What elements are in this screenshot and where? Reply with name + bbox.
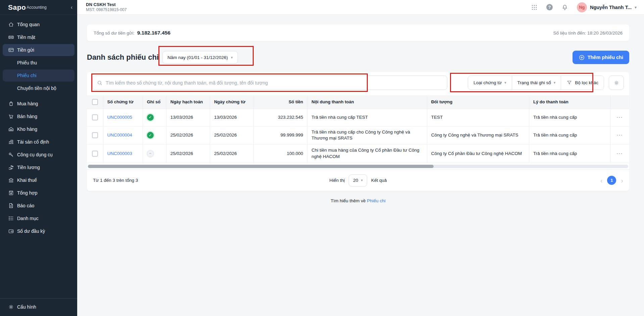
help-icon[interactable]: ? bbox=[546, 4, 553, 10]
banknote-icon bbox=[8, 34, 14, 40]
filter-label: Loại chứng từ bbox=[474, 80, 502, 85]
posted-status-icon: ✓ bbox=[147, 132, 154, 139]
row-checkbox[interactable] bbox=[92, 151, 98, 157]
sapo-logo: Sapo bbox=[8, 3, 26, 11]
avatar: Ng bbox=[577, 2, 587, 12]
learn-more-link[interactable]: Phiếu chi bbox=[367, 198, 386, 203]
learn-more: Tìm hiểu thêm về Phiếu chi bbox=[87, 198, 629, 203]
row-checkbox[interactable] bbox=[92, 114, 98, 120]
more-actions-icon[interactable]: ··· bbox=[614, 114, 625, 120]
date-range-filter[interactable]: Năm nay (01/01 - 31/12/2026) ▾ bbox=[162, 51, 238, 64]
search-input[interactable] bbox=[106, 80, 443, 86]
column-header-doc-date[interactable]: Ngày chứng từ bbox=[210, 95, 253, 109]
sidebar-subitem-label: Phiếu thu bbox=[17, 60, 37, 65]
sidebar-item-so-du-dau-ky[interactable]: Số dư đầu kỳ bbox=[3, 225, 75, 237]
sidebar-item-tien-mat[interactable]: Tiền mặt bbox=[3, 31, 75, 43]
filter-posting-status[interactable]: Trạng thái ghi sổ ▾ bbox=[512, 76, 561, 90]
page-size-label: Hiển thị bbox=[330, 178, 345, 183]
more-actions-icon[interactable]: ··· bbox=[614, 132, 625, 138]
sidebar-item-chuyen-tien-noi-bo[interactable]: Chuyển tiền nội bộ bbox=[3, 82, 75, 94]
voucher-table: Số chứng từ Ghi sổ Ngày hạch toán Ngày c… bbox=[87, 95, 629, 163]
sidebar-item-danh-muc[interactable]: Danh mục bbox=[3, 212, 75, 224]
sidebar-item-label: Kho hàng bbox=[17, 126, 37, 132]
ledger-icon bbox=[8, 190, 14, 196]
bag-icon bbox=[8, 101, 14, 107]
add-voucher-button[interactable]: Thêm phiếu chi bbox=[573, 51, 629, 64]
voucher-code-link[interactable]: UNC000005 bbox=[107, 115, 132, 120]
sidebar-item-tong-hop[interactable]: Tổng hợp bbox=[3, 187, 75, 199]
sidebar-logo-row: Sapo Accounting ‹ bbox=[0, 0, 77, 15]
sidebar-item-mua-hang[interactable]: Mua hàng bbox=[3, 98, 75, 110]
sidebar-item-khai-thue[interactable]: Khai thuế bbox=[3, 174, 75, 186]
page-number-button[interactable]: 1 bbox=[607, 176, 616, 185]
unposted-status-icon: − bbox=[147, 150, 154, 157]
sidebar-item-phieu-chi[interactable]: Phiếu chi bbox=[3, 69, 75, 82]
sidebar-item-cong-cu-dung-cu[interactable]: Công cụ dụng cụ bbox=[3, 149, 75, 161]
building-icon bbox=[8, 139, 14, 145]
select-all-checkbox[interactable] bbox=[92, 99, 98, 105]
title-row: Danh sách phiếu chi Năm nay (01/01 - 31/… bbox=[87, 47, 629, 67]
column-header-code[interactable]: Số chứng từ bbox=[103, 95, 143, 109]
salary-icon bbox=[8, 164, 14, 170]
filter-document-type[interactable]: Loại chứng từ ▾ bbox=[468, 76, 512, 90]
sidebar-item-tong-quan[interactable]: Tổng quan bbox=[3, 18, 75, 31]
sidebar-item-ban-hang[interactable]: Bán hàng bbox=[3, 110, 75, 122]
column-header-amount[interactable]: Số tiền bbox=[254, 95, 307, 109]
bank-icon bbox=[8, 177, 14, 183]
filter-group: Loại chứng từ ▾ Trạng thái ghi sổ ▾ Bộ l… bbox=[468, 75, 604, 90]
gear-icon bbox=[613, 80, 620, 86]
filter-label: Bộ lọc khác bbox=[575, 80, 598, 85]
home-icon bbox=[8, 21, 14, 28]
doc-date-cell: 25/02/2026 bbox=[210, 145, 253, 163]
wallet-icon bbox=[8, 228, 14, 234]
user-menu[interactable]: Ng Nguyễn Thanh T... ▾ bbox=[577, 2, 637, 12]
filter-other[interactable]: Bộ lọc khác bbox=[561, 76, 604, 90]
column-header-partner[interactable]: Đối tượng bbox=[427, 95, 529, 109]
column-header-content[interactable]: Nội dung thanh toán bbox=[307, 95, 427, 109]
sidebar-item-tien-gui[interactable]: Tiền gửi bbox=[3, 44, 75, 56]
sidebar-item-bao-cao[interactable]: Báo cáo bbox=[3, 200, 75, 212]
chevron-down-icon: ▾ bbox=[635, 5, 637, 10]
column-header-posted[interactable]: Ghi sổ bbox=[143, 95, 166, 109]
more-actions-icon[interactable]: ··· bbox=[614, 151, 625, 157]
sidebar-item-tai-san-co-dinh[interactable]: Tài sản cố định bbox=[3, 136, 75, 148]
sidebar-item-label: Tiền gửi bbox=[17, 47, 34, 53]
row-checkbox[interactable] bbox=[92, 132, 98, 138]
doc-date-cell: 25/02/2026 bbox=[210, 126, 253, 145]
sidebar-item-tien-luong[interactable]: Tiền lương bbox=[3, 161, 75, 173]
sidebar-collapse-icon[interactable]: ‹ bbox=[71, 4, 72, 10]
horizontal-scrollbar-thumb[interactable] bbox=[88, 165, 434, 168]
sidebar-item-label: Tiền lương bbox=[17, 165, 40, 170]
chevron-down-icon: ▾ bbox=[231, 55, 233, 60]
search-icon bbox=[97, 80, 103, 86]
sidebar-item-label: Số dư đầu kỳ bbox=[17, 228, 45, 234]
sapo-logo-suffix: Accounting bbox=[27, 5, 46, 10]
voucher-code-link[interactable]: UNC000003 bbox=[107, 151, 132, 156]
column-header-posting-date[interactable]: Ngày hạch toán bbox=[166, 95, 210, 109]
apps-grid-icon[interactable] bbox=[531, 4, 538, 11]
toolbar: Loại chứng từ ▾ Trạng thái ghi sổ ▾ Bộ l… bbox=[87, 72, 629, 95]
sidebar-item-phieu-thu[interactable]: Phiếu thu bbox=[3, 57, 75, 69]
chevron-left-icon[interactable]: ‹ bbox=[600, 177, 603, 184]
sidebar-item-kho-hang[interactable]: Kho hàng bbox=[3, 123, 75, 135]
report-icon bbox=[8, 203, 14, 209]
summary-label: Tổng số dư tiền gửi: bbox=[94, 31, 135, 36]
partner-cell: Công ty Cổ phần Đầu tư Công nghệ HACOM bbox=[427, 145, 529, 163]
table-settings-button[interactable] bbox=[609, 75, 624, 90]
column-header-reason[interactable]: Lý do thanh toán bbox=[529, 95, 610, 109]
summary-value: 9.182.167.456 bbox=[137, 30, 170, 36]
pagination-summary: Từ 1 đến 3 trên tổng 3 bbox=[93, 178, 330, 183]
voucher-code-link[interactable]: UNC000004 bbox=[107, 133, 132, 138]
page-size-select[interactable]: 20 ▾ bbox=[349, 174, 367, 187]
sidebar-item-label: Tổng hợp bbox=[17, 190, 38, 196]
chevron-down-icon: ▾ bbox=[554, 81, 556, 85]
sidebar-item-cau-hinh[interactable]: Cấu hình bbox=[3, 301, 75, 313]
funnel-icon bbox=[566, 80, 572, 86]
chevron-down-icon: ▾ bbox=[504, 81, 506, 85]
chevron-right-icon[interactable]: › bbox=[621, 177, 623, 184]
key-icon bbox=[8, 152, 14, 158]
sidebar-item-label: Tài sản cố định bbox=[17, 139, 49, 145]
reason-cell: Trả tiền nhà cung cấp bbox=[529, 109, 610, 126]
search-box bbox=[92, 75, 447, 90]
bell-icon[interactable] bbox=[561, 4, 568, 11]
